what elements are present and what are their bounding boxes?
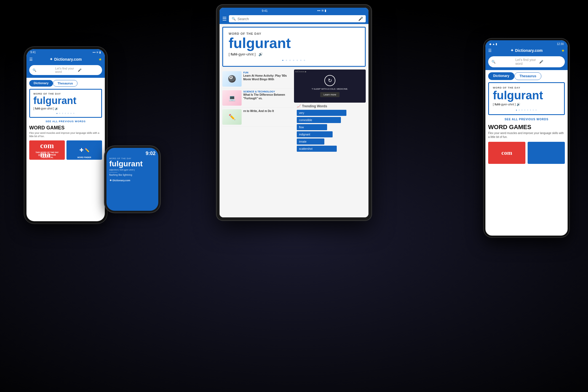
pr-games-grid: com <box>488 142 565 164</box>
pl-search-box[interactable]: 🔍 Let's find your word 🎤 <box>29 65 102 75</box>
pr-logo-text: Dictionary.com <box>515 48 542 53</box>
article-item-write[interactable]: ✏️ rn to Write, And m Do It <box>222 108 294 127</box>
watch-definition: flashing like lightning <box>109 174 156 177</box>
pl-thesaurus-tab[interactable]: Thesaurus <box>53 80 78 87</box>
pr-search-area: 🔍 Let's find your word 🎤 <box>485 55 568 70</box>
pr-mic-icon[interactable]: 🎤 <box>539 60 562 64</box>
search-icon: 🔍 <box>232 17 236 21</box>
pl-games-grid: comma THIS WORD OF THE DAYQUIZ IS FAR FR… <box>29 140 102 160</box>
trending-bar-row-2[interactable]: comestible <box>297 117 363 123</box>
watch-pos: adjective [ fuhl-gyer-uhnt ] <box>109 169 156 171</box>
article-thumb-sci: 💻 <box>222 90 242 106</box>
trending-bar-comestible: comestible <box>297 117 341 123</box>
pl-wotd-word: fulgurant <box>33 95 98 106</box>
pl-see-all[interactable]: SEE ALL PREVIOUS WORDS <box>26 120 105 123</box>
pl-game-quiz-label: THIS WORD OF THE DAYQUIZ IS FAR FROMTHER… <box>29 151 65 159</box>
wotd-tablet-card[interactable]: WORD OF THE DAY fulgurant [ fuhl-gyer-uh… <box>222 27 366 67</box>
wotd-tablet-pronunciation: [ fuhl-gyer-uhnt ] 🔊 <box>229 52 359 56</box>
learn-more-button[interactable]: Learn more <box>320 92 340 97</box>
tablet-search-box[interactable]: 🔍 🎤 <box>229 15 366 22</box>
tablet-ad[interactable]: AdChoices ▶ ↻ T SLEEP WITH A COLD. MEDIC… <box>294 70 366 103</box>
pr-wg-title: WORD GAMES <box>488 124 565 131</box>
pl-wotd-dots: ● ○ ○ ○ ○ ○ ○ <box>33 112 98 114</box>
article-category-sci: Science & Technology <box>243 90 294 93</box>
wotd-tablet-word: fulgurant <box>229 35 359 51</box>
pl-star-icon[interactable]: ★ <box>98 57 102 62</box>
watch-device: 9:02 WORD OF THE DAY fulgurant adjective… <box>105 146 160 212</box>
trending-bar-scattershot: scattershot <box>297 146 337 152</box>
watch-word: fulgurant <box>109 160 156 168</box>
pl-logo-text: Dictionary.com <box>54 57 82 62</box>
phone-left-device: 9:41 ▪▪▪ ≋ ▮ ☰ ✦ Dictionary.com ★ 🔍 Let'… <box>24 47 107 223</box>
tablet-articles-left: 🎱 Fun Learn At Home Activity: Play '80s … <box>222 70 294 153</box>
pl-search-icon: 🔍 <box>33 68 54 72</box>
pr-wotd-card[interactable]: WORD OF THE DAY fulgurant [ fuhl-gyer-uh… <box>488 82 565 115</box>
pr-logo: ✦ Dictionary.com <box>510 48 542 53</box>
pr-wotd-dots: ● ○ ○ ○ ○ ○ ○ ○ <box>493 109 560 111</box>
hamburger-icon[interactable]: ☰ <box>222 16 227 22</box>
pl-wotd-card[interactable]: WORD OF THE DAY fulgurant [ fuhl-gyer-uh… <box>29 89 102 118</box>
article-category: Fun <box>243 71 294 74</box>
tablet-articles-grid: 🎱 Fun Learn At Home Activity: Play '80s … <box>222 70 366 153</box>
tablet-signals: ▪▪▪ ≋ ▮ <box>317 9 326 12</box>
watch-wotd-label: WORD OF THE DAY <box>109 158 156 159</box>
tablet-header: ☰ 🔍 🎤 <box>220 14 368 24</box>
pr-see-all[interactable]: SEE ALL PREVIOUS WORDS <box>485 118 568 121</box>
trending-bar-flow: flow <box>297 124 327 130</box>
article-item-sci[interactable]: 💻 Science & Technology What Is The Diffe… <box>222 89 294 108</box>
trending-bar-row-3[interactable]: flow <box>297 124 363 130</box>
trending-bar-row-4[interactable]: indignant <box>297 131 363 137</box>
pr-search-icon: 🔍 <box>491 60 514 64</box>
pr-dictionary-tab[interactable]: Dictionary <box>488 72 514 80</box>
pl-wotd-pron: [ fuhl-gyer-uhnt ] 🔊 <box>33 107 98 110</box>
pr-star-icon[interactable]: ★ <box>561 48 565 53</box>
tablet-search-input[interactable] <box>237 17 357 21</box>
tablet-right-col: AdChoices ▶ ↻ T SLEEP WITH A COLD. MEDIC… <box>294 70 366 153</box>
pr-search-box[interactable]: 🔍 Let's find your word 🎤 <box>488 56 565 67</box>
trending-bar-row-1[interactable]: very <box>297 110 363 116</box>
pr-logo-icon: ✦ <box>510 48 514 53</box>
watch-time: 9:02 <box>109 151 156 156</box>
phone-left-header: ☰ ✦ Dictionary.com ★ <box>26 55 105 63</box>
trending-bar-row-5[interactable]: innate <box>297 138 363 145</box>
pr-search-placeholder: Let's find your word <box>515 58 538 66</box>
pl-word-games: WORD GAMES Flex your word muscles and im… <box>29 125 102 160</box>
pl-time: 9:41 <box>30 51 36 54</box>
pl-dictionary-tab[interactable]: Dictionary <box>29 80 53 87</box>
pr-hamburger-icon[interactable]: ☰ <box>488 48 492 53</box>
article-title-sci: What Is The Difference Between "Furlough… <box>243 93 294 100</box>
pl-game-quiz[interactable]: comma THIS WORD OF THE DAYQUIZ IS FAR FR… <box>29 140 65 160</box>
article-thumb-fun: 🎱 <box>222 71 242 87</box>
pr-word-games: WORD GAMES Flex your word muscles and im… <box>488 124 565 164</box>
pr-thesaurus-tab[interactable]: Thesaurus <box>514 72 542 80</box>
ad-icon: ↻ <box>324 75 335 86</box>
pl-logo: ✦ Dictionary.com <box>49 57 82 62</box>
pl-game-finder[interactable]: ✚ ✏️ WORD FINDER <box>66 140 102 160</box>
pl-hamburger-icon[interactable]: ☰ <box>29 57 33 62</box>
ad-choices-label: AdChoices ▶ <box>295 71 306 73</box>
trending-bar-indignant: indignant <box>297 131 333 137</box>
trending-title: 📈 Trending Words <box>297 104 363 108</box>
article-item-fun[interactable]: 🎱 Fun Learn At Home Activity: Play '80s … <box>222 70 294 89</box>
pr-game-card-1[interactable]: com <box>488 142 525 164</box>
pl-toggle-bar: Dictionary Thesaurus <box>29 80 102 87</box>
pl-wg-title: WORD GAMES <box>29 125 102 131</box>
pr-comma-icon: com <box>501 149 512 156</box>
trending-bar-very: very <box>297 110 346 116</box>
pl-wg-subtitle: Flex your word muscles and improve your … <box>29 131 102 138</box>
article-text-write: rn to Write, And m Do It <box>243 109 294 125</box>
watch-logo: ✦ Dictionary.com <box>109 178 156 182</box>
pl-search-placeholder: Let's find your word <box>55 67 76 73</box>
pr-wotd-pron: [ fuhl-gyer-uhnt ] 🔊 <box>493 103 560 106</box>
wotd-tablet-dots: ● ○ ○ ○ ○ ○ ○ <box>229 59 359 62</box>
phone-right-device: ◆ ▲ ▮ 12:30 ☰ ✦ Dictionary.com ★ 🔍 Let's… <box>484 39 569 237</box>
pr-wotd-word: fulgurant <box>493 89 560 102</box>
pl-game-finder-label: WORD FINDER <box>66 156 102 159</box>
mic-icon[interactable]: 🎤 <box>358 17 363 21</box>
pr-signals: ◆ ▲ ▮ <box>489 42 497 46</box>
pr-game-card-2[interactable] <box>528 142 565 164</box>
trending-section: 📈 Trending Words very comestible flo <box>297 104 363 152</box>
trending-bar-row-6[interactable]: scattershot <box>297 146 363 152</box>
pl-mic-icon[interactable]: 🎤 <box>78 68 99 72</box>
article-thumb-write: ✏️ <box>222 109 242 125</box>
